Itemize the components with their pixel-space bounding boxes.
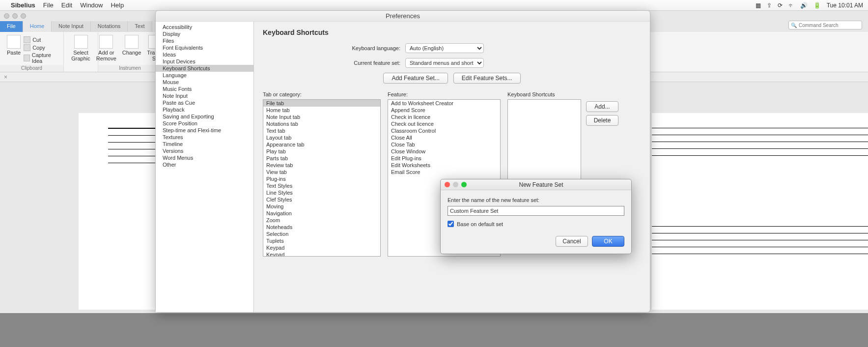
dialog-close-icon[interactable] xyxy=(445,182,450,187)
feature-set-name-input[interactable] xyxy=(448,206,624,216)
category-item[interactable]: Step-time and Flexi-time xyxy=(156,127,253,134)
menu-file[interactable]: File xyxy=(43,1,54,9)
tab-item[interactable]: Layout tab xyxy=(263,134,380,141)
tab-item[interactable]: Plug-ins xyxy=(263,175,380,182)
category-item[interactable]: Accessibility xyxy=(156,24,253,30)
tab-item[interactable]: Noteheads xyxy=(263,224,380,231)
tab-item[interactable]: Appearance tab xyxy=(263,141,380,148)
prefs-category-list[interactable]: AccessibilityDisplayFilesFont Equivalent… xyxy=(156,22,254,312)
tab-item[interactable]: View tab xyxy=(263,169,380,175)
tab-item[interactable]: Review tab xyxy=(263,162,380,169)
tab-item[interactable]: File tab xyxy=(263,100,380,107)
status-icon[interactable]: ▦ xyxy=(756,2,761,9)
menu-window[interactable]: Window xyxy=(80,1,103,9)
feature-item[interactable]: Check in licence xyxy=(388,114,500,120)
tab-item[interactable]: Tuplets xyxy=(263,237,380,244)
tab-item[interactable]: Text tab xyxy=(263,127,380,134)
sync-icon[interactable]: ⟳ xyxy=(778,2,783,9)
category-item[interactable]: Ideas xyxy=(156,51,253,58)
paste-button[interactable]: Paste xyxy=(4,34,24,64)
category-item[interactable]: Music Fonts xyxy=(156,86,253,92)
volume-icon[interactable]: 🔊 xyxy=(800,2,808,9)
battery-icon[interactable]: 🔋 xyxy=(813,2,821,9)
tab-item[interactable]: Play tab xyxy=(263,148,380,155)
category-item[interactable]: Word Menus xyxy=(156,154,253,161)
search-input[interactable] xyxy=(799,23,860,28)
feature-item[interactable]: Classroom Control xyxy=(388,127,500,134)
category-item[interactable]: Keyboard Shortcuts xyxy=(156,65,253,72)
category-item[interactable]: Other xyxy=(156,161,253,168)
category-item[interactable]: Font Equivalents xyxy=(156,44,253,51)
tab-item[interactable]: Home tab xyxy=(263,107,380,114)
tab-item[interactable]: Selection xyxy=(263,231,380,237)
category-item[interactable]: Files xyxy=(156,37,253,44)
tab-item[interactable]: Line Styles xyxy=(263,189,380,196)
category-item[interactable]: Score Position xyxy=(156,120,253,127)
feature-item[interactable]: Close All xyxy=(388,134,500,141)
category-item[interactable]: Display xyxy=(156,30,253,37)
clock[interactable]: Tue 10:01 AM xyxy=(827,2,863,9)
cut-button[interactable]: Cut xyxy=(24,36,59,44)
tab-item[interactable]: Note Input tab xyxy=(263,114,380,120)
feature-set-select[interactable]: Standard menus and shortcuts xyxy=(405,58,484,68)
feature-item[interactable]: Edit Plug-ins xyxy=(388,155,500,162)
category-item[interactable]: Saving and Exporting xyxy=(156,113,253,120)
tab-item[interactable]: Navigation xyxy=(263,210,380,217)
kb-lang-select[interactable]: Auto (English) xyxy=(405,43,484,53)
max-dot[interactable] xyxy=(21,13,26,19)
feature-item[interactable]: Close Window xyxy=(388,148,500,155)
add-feature-set-button[interactable]: Add Feature Set... xyxy=(383,73,448,84)
capture-button[interactable]: Capture Idea xyxy=(24,52,59,64)
tab-item[interactable]: Keypad xyxy=(263,244,380,251)
tab-item[interactable]: Parts tab xyxy=(263,155,380,162)
feature-item[interactable]: Edit Worksheets xyxy=(388,162,500,169)
close-doc-icon[interactable]: × xyxy=(4,74,7,81)
tab-text[interactable]: Text xyxy=(128,21,152,32)
category-item[interactable]: Note Input xyxy=(156,92,253,99)
tab-item[interactable]: Zoom xyxy=(263,217,380,224)
tab-item[interactable]: Moving xyxy=(263,203,380,210)
tab-notations[interactable]: Notations xyxy=(91,21,128,32)
tab-item[interactable]: Keypad xyxy=(263,251,380,257)
app-menu[interactable]: Sibelius xyxy=(11,1,35,9)
change-button[interactable]: Change xyxy=(119,34,144,62)
tab-listbox[interactable]: File tabHome tabNote Input tabNotations … xyxy=(263,99,381,257)
close-dot[interactable] xyxy=(4,13,9,19)
category-item[interactable]: Language xyxy=(156,72,253,79)
ok-button[interactable]: OK xyxy=(592,236,624,247)
tab-note-input[interactable]: Note Input xyxy=(52,21,91,32)
menu-help[interactable]: Help xyxy=(111,1,124,9)
base-on-default-checkbox[interactable]: Base on default set xyxy=(448,221,624,227)
feature-item[interactable]: Add to Worksheet Creator xyxy=(388,100,500,107)
select-graphic-button[interactable]: SelectGraphic xyxy=(68,34,93,62)
dialog-max-icon[interactable] xyxy=(461,182,467,187)
add-shortcut-button[interactable]: Add... xyxy=(586,101,618,112)
feature-item[interactable]: Close Tab xyxy=(388,141,500,148)
wifi-icon[interactable]: ⇪ xyxy=(767,2,772,9)
tab-file[interactable]: File xyxy=(0,21,23,32)
category-item[interactable]: Mouse xyxy=(156,79,253,86)
min-dot[interactable] xyxy=(12,13,18,19)
cancel-button[interactable]: Cancel xyxy=(556,236,588,247)
feature-item[interactable]: Email Score xyxy=(388,169,500,175)
tab-home[interactable]: Home xyxy=(23,21,52,32)
add-remove-button[interactable]: Add orRemove xyxy=(93,34,119,62)
tab-item[interactable]: Clef Styles xyxy=(263,196,380,203)
feature-item[interactable]: Append Score xyxy=(388,107,500,114)
shortcuts-listbox[interactable] xyxy=(507,99,581,188)
category-item[interactable]: Playback xyxy=(156,106,253,113)
category-item[interactable]: Paste as Cue xyxy=(156,99,253,106)
edit-feature-sets-button[interactable]: Edit Feature Sets... xyxy=(453,73,521,84)
tab-item[interactable]: Notations tab xyxy=(263,120,380,127)
category-item[interactable]: Input Devices xyxy=(156,58,253,65)
category-item[interactable]: Versions xyxy=(156,147,253,154)
category-item[interactable]: Timeline xyxy=(156,141,253,147)
category-item[interactable]: Textures xyxy=(156,134,253,141)
copy-button[interactable]: Copy xyxy=(24,44,59,52)
feature-item[interactable]: Check out licence xyxy=(388,120,500,127)
command-search[interactable]: 🔍 xyxy=(788,21,862,29)
menu-edit[interactable]: Edit xyxy=(61,1,72,9)
delete-shortcut-button[interactable]: Delete xyxy=(586,115,618,126)
wifi2-icon[interactable]: ᯤ xyxy=(788,2,794,9)
tab-item[interactable]: Text Styles xyxy=(263,182,380,189)
